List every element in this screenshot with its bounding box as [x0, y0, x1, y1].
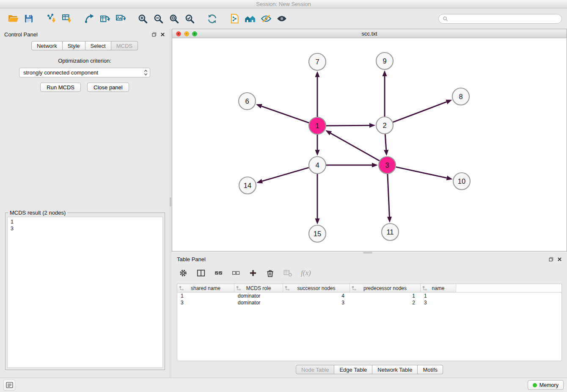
- graph-node-8[interactable]: 8: [452, 88, 469, 105]
- tab-motifs[interactable]: Motifs: [418, 365, 443, 374]
- graph-node-1[interactable]: 1: [309, 117, 326, 134]
- graph-edge-arrow: [383, 70, 387, 76]
- table-panel-close-button[interactable]: [557, 257, 562, 262]
- graph-node-15[interactable]: 15: [309, 225, 326, 242]
- split-panel-button[interactable]: [196, 268, 206, 278]
- graph-edge-1-6[interactable]: [261, 106, 309, 123]
- network-document-icon: [229, 13, 240, 24]
- tab-mcds[interactable]: MCDS: [111, 41, 138, 50]
- close-panel-button[interactable]: Close panel: [87, 83, 129, 92]
- mcds-result-list[interactable]: 13: [7, 217, 163, 368]
- network-window-title: scc.txt: [362, 30, 377, 37]
- graph-node-11[interactable]: 11: [382, 224, 399, 240]
- column-header-predecessor-nodes[interactable]: predecessor nodes: [350, 284, 421, 292]
- deselect-all-button[interactable]: [231, 269, 240, 278]
- save-session-button[interactable]: [21, 11, 36, 27]
- graph-edge-2-8[interactable]: [393, 102, 447, 122]
- column-header-label: MCDS role: [246, 285, 271, 291]
- show-panels-button[interactable]: [3, 380, 15, 391]
- criterion-select[interactable]: strongly connected component: [19, 68, 150, 77]
- graph-node-4[interactable]: 4: [309, 157, 326, 174]
- graph-edge-2-3[interactable]: [385, 134, 386, 150]
- trash-button[interactable]: [266, 269, 275, 278]
- cell-shared-name: 1: [177, 293, 234, 299]
- import-table-button[interactable]: [59, 11, 74, 27]
- function-builder-button[interactable]: f(x): [301, 269, 311, 277]
- tab-select[interactable]: Select: [85, 41, 111, 50]
- graph-edge-3-10[interactable]: [396, 167, 447, 178]
- column-header-name[interactable]: name: [421, 284, 456, 292]
- minimize-window-button[interactable]: [184, 31, 189, 36]
- show-all-button[interactable]: [242, 11, 258, 27]
- open-file-button[interactable]: [5, 11, 21, 27]
- import-network-button[interactable]: [43, 11, 59, 27]
- apply-layout-button[interactable]: [204, 11, 220, 27]
- graph-node-3[interactable]: 3: [379, 157, 396, 174]
- column-header-successor-nodes[interactable]: successor nodes: [283, 284, 350, 292]
- export-table-button[interactable]: [97, 11, 113, 27]
- zoom-fit-button[interactable]: [166, 11, 182, 27]
- control-panel-close-button[interactable]: [160, 32, 165, 37]
- column-header-mcds-role[interactable]: MCDS role: [234, 284, 283, 292]
- graph-node-6[interactable]: 6: [239, 93, 256, 110]
- sort-icon: [236, 286, 241, 291]
- graph-edge-3-11[interactable]: [388, 174, 390, 217]
- cell-mcds-role: dominator: [234, 293, 283, 299]
- toolbar-group: [81, 11, 128, 27]
- search-field[interactable]: [438, 14, 562, 24]
- graph-node-10[interactable]: 10: [453, 173, 470, 190]
- select-all-button[interactable]: [214, 269, 223, 278]
- graph-edge-3-1[interactable]: [330, 133, 379, 161]
- cell-name: 1: [421, 293, 456, 299]
- memory-button[interactable]: Memory: [528, 380, 564, 390]
- toolbar-group: [135, 11, 198, 27]
- graph-edge-4-14[interactable]: [262, 168, 309, 181]
- node-table: shared nameMCDS rolesuccessor nodesprede…: [177, 284, 562, 361]
- graph-node-label: 4: [315, 161, 319, 169]
- tab-style[interactable]: Style: [63, 41, 85, 50]
- gear-button[interactable]: [179, 268, 188, 278]
- add-column-button[interactable]: [249, 269, 257, 277]
- graph-node-label: 1: [315, 122, 319, 130]
- zoom-out-button[interactable]: [151, 11, 166, 27]
- table-row[interactable]: 1dominator411: [177, 293, 561, 299]
- graph-node-2[interactable]: 2: [376, 117, 393, 134]
- hide-selected-button[interactable]: [258, 11, 274, 27]
- cell-successor-nodes: 4: [283, 293, 350, 299]
- zoom-selected-button[interactable]: [182, 11, 198, 27]
- graph-node-7[interactable]: 7: [309, 53, 326, 70]
- tab-node-table[interactable]: Node Table: [296, 365, 335, 374]
- table-header-row: shared nameMCDS rolesuccessor nodesprede…: [177, 284, 561, 293]
- cell-mcds-role: dominator: [234, 300, 283, 306]
- control-panel-float-button[interactable]: [152, 32, 157, 37]
- close-window-button[interactable]: [176, 31, 181, 36]
- zoom-in-button[interactable]: [135, 11, 151, 27]
- export-image-button[interactable]: [113, 11, 128, 27]
- graph-node-label: 14: [244, 182, 251, 189]
- graph-node-label: 3: [385, 161, 389, 169]
- tab-network-table[interactable]: Network Table: [372, 365, 418, 374]
- graph-node-9[interactable]: 9: [376, 52, 393, 69]
- application-window: Session: New Session Control Panel Netwo…: [0, 0, 567, 392]
- mcds-result-group: MCDS result (2 nodes) 13: [5, 213, 165, 370]
- delete-table-button[interactable]: [283, 268, 292, 278]
- horizontal-splitter-handle[interactable]: [363, 252, 372, 254]
- zoom-window-button[interactable]: [192, 31, 197, 36]
- sort-icon: [422, 286, 427, 291]
- graph-node-14[interactable]: 14: [239, 177, 256, 194]
- tab-edge-table[interactable]: Edge Table: [334, 365, 372, 374]
- search-input[interactable]: [450, 16, 558, 22]
- export-network-button[interactable]: [81, 11, 97, 27]
- column-header-shared-name[interactable]: shared name: [177, 284, 234, 292]
- graph-node-label: 7: [315, 58, 319, 66]
- run-mcds-button[interactable]: Run MCDS: [40, 83, 81, 92]
- tab-network[interactable]: Network: [31, 41, 63, 50]
- table-panel-float-button[interactable]: [549, 257, 553, 262]
- control-panel-title: Control Panel: [4, 31, 38, 38]
- vertical-splitter-handle[interactable]: [170, 197, 171, 207]
- show-hidden-button[interactable]: [274, 11, 289, 27]
- network-canvas[interactable]: 7968124314101511: [172, 38, 567, 251]
- graph-edge-1-2[interactable]: [326, 125, 369, 126]
- network-document-button[interactable]: [227, 11, 242, 27]
- table-row[interactable]: 3dominator323: [177, 299, 561, 306]
